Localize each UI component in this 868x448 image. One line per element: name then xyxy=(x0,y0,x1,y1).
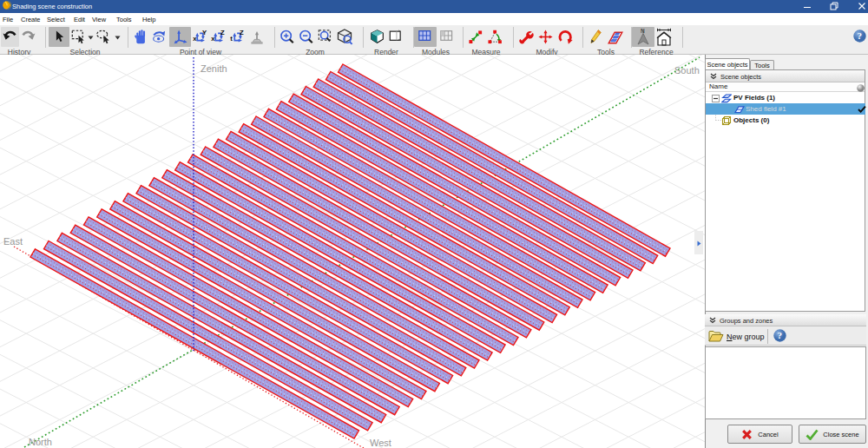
svg-text:?: ? xyxy=(857,30,862,41)
svg-text:x: x xyxy=(211,35,215,43)
svg-text:Z: Z xyxy=(240,29,244,36)
svg-text:t: t xyxy=(230,35,233,43)
svg-text:Zenith: Zenith xyxy=(201,63,227,74)
svg-text:North: North xyxy=(29,437,52,447)
svg-text:Z: Z xyxy=(220,29,225,36)
svg-text:x: x xyxy=(193,35,197,43)
svg-text:West: West xyxy=(370,438,391,448)
svg-text:South: South xyxy=(674,65,700,76)
svg-text:Y: Y xyxy=(202,29,207,36)
svg-text:?: ? xyxy=(777,330,782,340)
svg-text:East: East xyxy=(3,236,23,247)
